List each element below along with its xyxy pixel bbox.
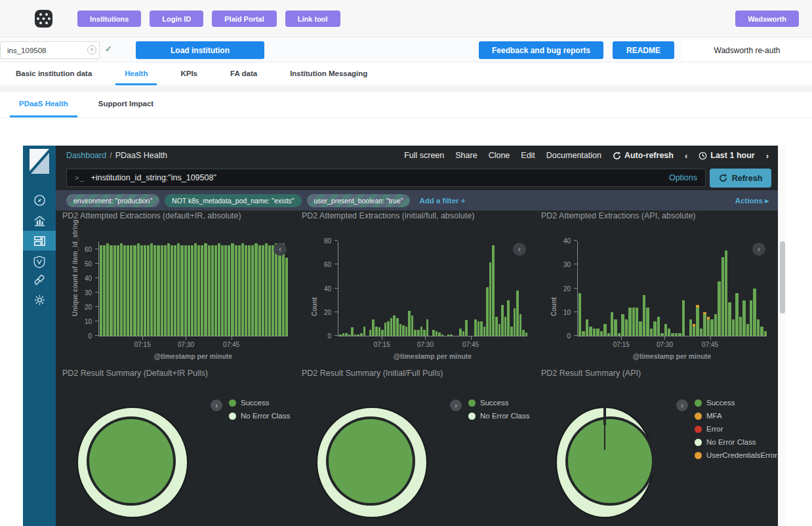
bar[interactable]	[664, 324, 667, 336]
monitoring-shield-icon[interactable]	[23, 252, 56, 272]
bar[interactable]	[372, 319, 375, 336]
readme-button[interactable]: README	[613, 41, 674, 59]
legend-item[interactable]: No Error Class	[468, 412, 529, 420]
bar[interactable]	[522, 330, 525, 336]
add-filter-link[interactable]: Add a filter +	[419, 197, 465, 205]
bar[interactable]	[184, 245, 187, 336]
bar[interactable]	[582, 331, 584, 336]
bar[interactable]	[596, 329, 599, 336]
bar[interactable]	[586, 319, 588, 336]
nav-button-link-tool[interactable]: Link tool	[285, 10, 340, 27]
bar[interactable]	[180, 245, 183, 336]
menu-documentation[interactable]: Documentation	[546, 151, 601, 160]
bar[interactable]	[693, 324, 695, 336]
time-back-chevron[interactable]: ‹	[685, 151, 687, 161]
bar[interactable]	[510, 327, 513, 336]
bar[interactable]	[718, 281, 720, 336]
bar[interactable]	[167, 243, 170, 336]
bar[interactable]	[191, 245, 193, 336]
bar[interactable]	[204, 243, 207, 336]
nav-button-login-id[interactable]: Login ID	[150, 10, 203, 27]
bar[interactable]	[728, 302, 731, 336]
breadcrumb-dashboard-link[interactable]: Dashboard	[66, 151, 106, 160]
bar[interactable]	[628, 308, 631, 336]
management-gear-icon[interactable]	[23, 290, 56, 310]
menu-edit[interactable]: Edit	[521, 151, 535, 160]
bar[interactable]	[447, 334, 450, 336]
bar[interactable]	[653, 321, 656, 336]
bar[interactable]	[228, 245, 230, 336]
pie-chart[interactable]	[316, 407, 428, 518]
bar[interactable]	[504, 317, 507, 336]
bar[interactable]	[375, 327, 378, 336]
legend-item[interactable]: Success	[695, 399, 777, 407]
discover-compass-icon[interactable]	[23, 190, 56, 210]
bar[interactable]	[753, 289, 756, 336]
bar[interactable]	[432, 330, 435, 336]
bar[interactable]	[369, 330, 372, 336]
bar[interactable]	[579, 293, 581, 336]
institution-id-input[interactable]	[0, 41, 100, 59]
bar[interactable]	[211, 245, 214, 336]
legend-toggle-icon[interactable]: ›	[676, 399, 688, 411]
bar[interactable]	[742, 300, 745, 336]
bar[interactable]	[519, 314, 522, 336]
bar[interactable]	[632, 308, 635, 336]
bar[interactable]	[177, 243, 180, 336]
bar[interactable]	[387, 321, 390, 336]
bar[interactable]	[600, 331, 603, 336]
bar[interactable]	[378, 327, 381, 336]
bar[interactable]	[636, 308, 638, 336]
bar[interactable]	[671, 333, 674, 336]
bar[interactable]	[589, 327, 592, 336]
bar[interactable]	[489, 262, 492, 336]
bar[interactable]	[436, 331, 438, 336]
legend-item[interactable]: Success	[468, 399, 529, 407]
bar[interactable]	[417, 330, 420, 336]
bar[interactable]	[450, 334, 453, 336]
bar[interactable]	[133, 245, 136, 336]
bar[interactable]	[474, 319, 477, 336]
tab-kpis[interactable]: KPIs	[171, 63, 207, 85]
bar[interactable]	[721, 257, 724, 336]
bar[interactable]	[621, 314, 624, 336]
bar[interactable]	[423, 330, 426, 336]
bar[interactable]	[725, 251, 727, 336]
bar[interactable]	[441, 334, 444, 336]
bar[interactable]	[254, 243, 257, 336]
bar[interactable]	[157, 245, 159, 336]
bar[interactable]	[130, 245, 132, 336]
bar[interactable]	[218, 243, 220, 336]
bar[interactable]	[208, 245, 211, 336]
visualize-chart-icon[interactable]	[23, 211, 56, 231]
bar[interactable]	[414, 330, 416, 336]
bar[interactable]	[140, 245, 143, 336]
legend-item[interactable]: Success	[229, 399, 290, 407]
bar[interactable]	[117, 245, 119, 336]
bar[interactable]	[194, 243, 197, 336]
bar[interactable]	[161, 245, 163, 336]
legend-toggle-icon[interactable]: ›	[450, 399, 462, 411]
bar[interactable]	[657, 317, 660, 336]
bar[interactable]	[402, 325, 405, 336]
bar[interactable]	[150, 243, 153, 336]
bar-chart[interactable]: 02040608007:1507:3007:45	[338, 241, 527, 336]
bar[interactable]	[678, 333, 681, 336]
bar[interactable]	[241, 243, 244, 336]
tab-fa-data[interactable]: FA data	[221, 63, 266, 85]
time-forward-chevron[interactable]: ›	[766, 151, 769, 161]
bar[interactable]	[258, 245, 261, 336]
filter-pill[interactable]: environment: "production"	[66, 194, 159, 207]
query-input[interactable]: >_ +institution_id_string:"ins_109508" O…	[66, 169, 706, 187]
time-range-picker[interactable]: Last 1 hour	[699, 151, 754, 160]
filter-pill[interactable]: NOT k8s_metadata_pod_name: "exists"	[165, 194, 301, 207]
bar[interactable]	[760, 327, 763, 336]
tab-institution-messaging[interactable]: Institution Messaging	[281, 63, 376, 85]
pie-inner-slice[interactable]	[329, 419, 413, 503]
bar[interactable]	[498, 324, 501, 336]
bar[interactable]	[238, 245, 241, 336]
tab-health[interactable]: Health	[115, 63, 157, 85]
bar[interactable]	[483, 327, 486, 336]
panel-collapse-icon[interactable]: ‹	[274, 243, 287, 256]
bar[interactable]	[611, 312, 613, 336]
